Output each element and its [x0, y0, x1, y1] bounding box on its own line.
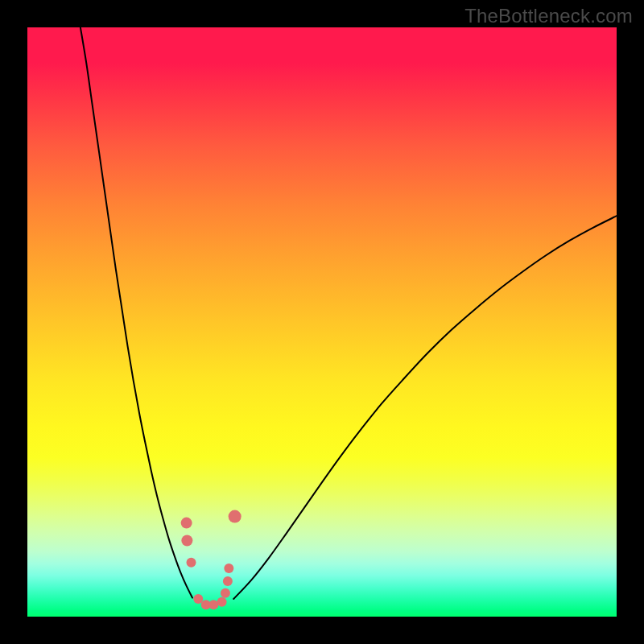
highlight-point	[181, 535, 192, 547]
plot-area	[27, 27, 617, 617]
highlight-point	[217, 597, 227, 607]
highlight-point	[224, 564, 233, 573]
highlight-point	[193, 594, 203, 604]
highlight-point	[221, 588, 230, 598]
highlight-point	[223, 576, 233, 586]
highlight-points	[181, 510, 242, 610]
highlight-point	[229, 510, 242, 523]
highlight-point	[208, 600, 218, 609]
highlight-point	[186, 558, 196, 568]
watermark-label: TheBottleneck.com	[464, 5, 633, 27]
markers-layer	[27, 27, 617, 617]
highlight-point	[181, 518, 192, 529]
chart-frame: TheBottleneck.com	[0, 0, 644, 644]
